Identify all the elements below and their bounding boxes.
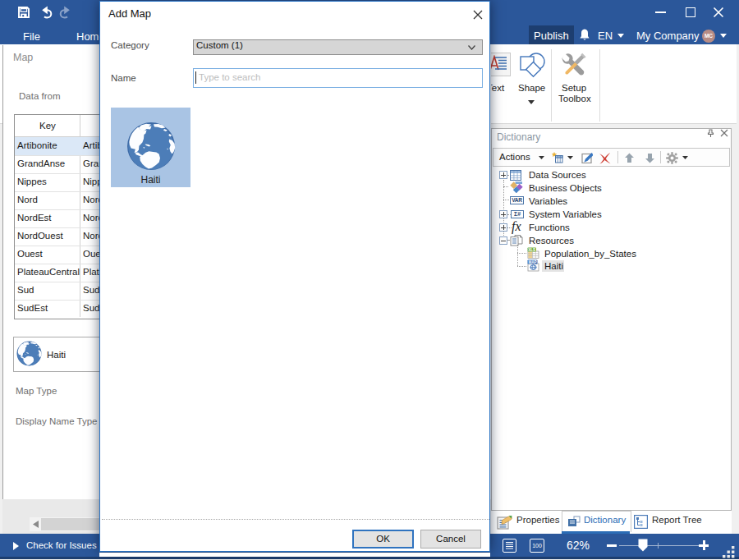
svg-text:MAP: MAP	[528, 260, 536, 264]
svg-text:XLS: XLS	[528, 248, 535, 252]
